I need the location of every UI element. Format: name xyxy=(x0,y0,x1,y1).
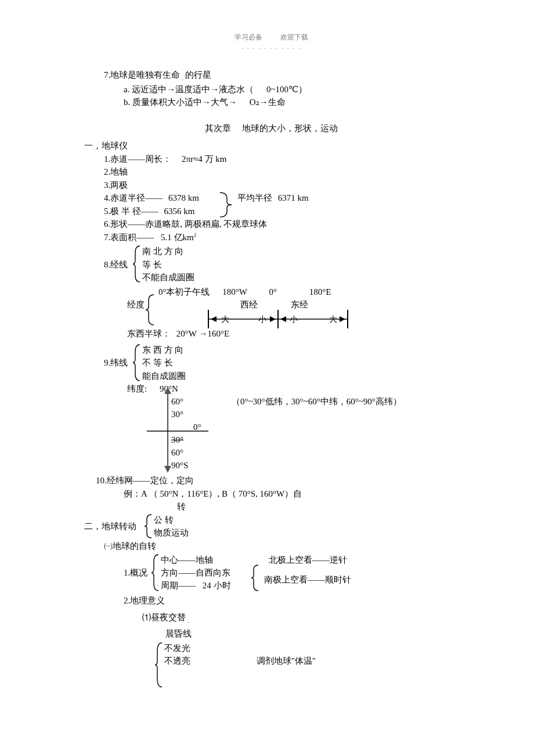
terminator: 晨昏线 xyxy=(165,627,459,641)
chapter-2-title: 其次章 地球的大小，形状，运动 xyxy=(84,122,459,135)
brace-left-icon xyxy=(251,564,259,592)
globe-3: 3.两极 xyxy=(104,179,459,192)
globe-6: 6.形状——赤道略鼓, 两极稍扁, 不规章球体 xyxy=(104,218,459,231)
light-brace: 不发光 不透亮 调剂地球"体温" xyxy=(155,642,459,688)
globe-radii: 4.赤道半径—— 6378 km 5.极 半 径—— 6356 km 平均半径 … xyxy=(104,191,459,218)
brace-left-icon xyxy=(133,245,141,283)
item-10-zhuan: 转 xyxy=(177,500,459,513)
svg-marker-5 xyxy=(270,316,276,322)
brace-left-icon xyxy=(146,294,155,326)
item-10-ex: 例：A （ 50°N，116°E）, B（ 70°S, 160°W）自 xyxy=(124,487,459,501)
header-rule: - - - - - - - - - - - xyxy=(84,44,459,52)
svg-marker-7 xyxy=(340,316,345,322)
brace-left-icon xyxy=(133,343,141,382)
brace-right-icon xyxy=(219,191,236,218)
latitude-diagram: 纬度: 90°N 60° 30° 0° 30° 60° 90°S （0°~30°… xyxy=(104,382,459,474)
svg-marker-9 xyxy=(164,387,171,394)
brace-left-icon xyxy=(155,642,163,688)
section-1: 一，地球仪 xyxy=(84,139,459,153)
item-7b: b. 质量体积大小适中→大气→ O₂→生命 xyxy=(124,96,459,109)
header-left: 学习必备 xyxy=(234,33,262,41)
sub-1: ㈠地球的自转 xyxy=(104,540,459,553)
svg-marker-10 xyxy=(164,466,171,473)
page-header: 学习必备 欢迎下载 xyxy=(84,32,459,42)
svg-marker-4 xyxy=(211,316,217,322)
meridian: 8.经线 南 北 方 向 等 长 不能自成圆圈 xyxy=(104,245,459,284)
brace-left-icon xyxy=(151,554,160,592)
item-7a: a. 远近适中→温度适中→液态水（ 0~100℃） xyxy=(124,83,459,96)
item-10: 10.经纬网——定位，定向 xyxy=(96,474,459,487)
svg-marker-6 xyxy=(280,316,286,322)
longitude-diagram: 0°本初子午线 180°W 0° 180°E 经度 西经 东经 大 小 小 大 … xyxy=(104,285,459,341)
globe-7: 7.表面积—— 5.1 亿km2 xyxy=(104,231,459,244)
parallel: 9.纬线 东 西 方 向 不 等 长 能自成圆圈 xyxy=(104,343,459,383)
overview: 中心——地轴 北极上空看——逆针 1.概况 方向——自西向东 周期—— 24 小… xyxy=(124,554,459,594)
header-right: 欢迎下载 xyxy=(280,33,308,41)
page: 学习必备 欢迎下载 - - - - - - - - - - - 7.地球是唯独有… xyxy=(0,0,534,756)
daynight: ⑴昼夜交替． xyxy=(142,611,459,625)
section-2: 二，地球转动 公 转 物质运动 xyxy=(84,513,459,540)
item-7: 7.地球是唯独有生命．的行星 xyxy=(104,68,459,83)
geo-sig: 2.地理意义 xyxy=(124,594,459,607)
globe-2: 2.地轴 xyxy=(104,165,459,179)
brace-left-icon xyxy=(145,513,153,539)
globe-1: 1.赤道——周长： 2πr≈4 万 km xyxy=(104,153,459,166)
